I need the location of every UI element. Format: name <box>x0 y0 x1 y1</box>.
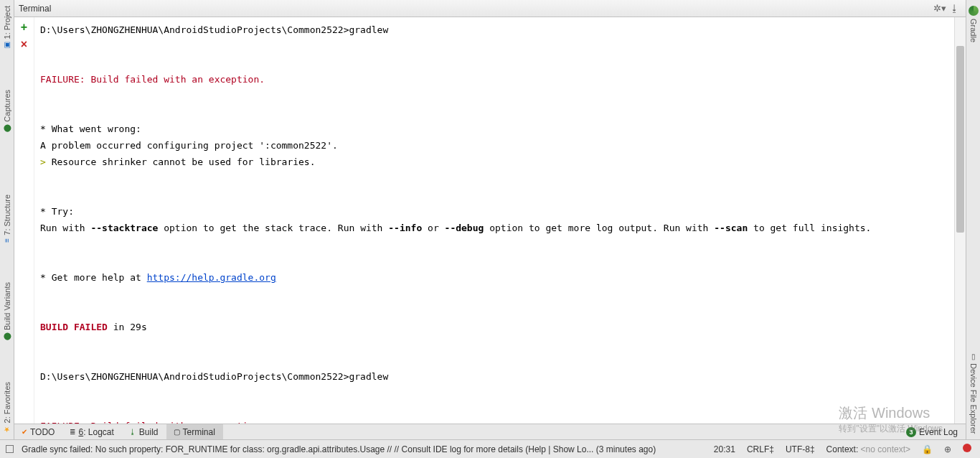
scrollbar-thumb[interactable] <box>956 46 964 233</box>
problem-line: A problem occurred configuring project '… <box>40 140 338 151</box>
build-variants-icon: ⬤ <box>3 334 11 342</box>
project-icon: ▣ <box>3 42 11 50</box>
event-badge: 3 <box>906 427 916 437</box>
help-link[interactable]: https://help.gradle.org <box>147 272 276 283</box>
tab-build[interactable]: ⭳Build <box>122 424 166 439</box>
caret-position[interactable]: 20:31 <box>710 444 740 454</box>
error-indicator-icon[interactable] <box>958 444 976 454</box>
sidebar-tab-device-file-explorer[interactable]: ▯Device File Explorer <box>966 347 980 439</box>
panel-header: Terminal ✲▾ ⭳ <box>14 0 966 17</box>
tab-event-log[interactable]: 3Event Log <box>899 424 966 439</box>
sidebar-tab-structure[interactable]: ≡7: Structure <box>0 189 14 248</box>
panel-title: Terminal <box>19 4 51 14</box>
gradle-icon <box>969 6 979 16</box>
detail-line: Resource shrinker cannot be used for lib… <box>40 156 316 167</box>
ide-health-icon[interactable]: ⊕ <box>940 444 956 454</box>
terminal-line: D:\Users\ZHONGZHENHUA\AndroidStudioProje… <box>40 371 388 382</box>
left-tool-sidebar: ▣1: Project ⬤Captures ≡7: Structure ⬤Bui… <box>0 0 14 439</box>
close-session-button[interactable]: × <box>17 37 32 52</box>
lock-icon[interactable]: 🔒 <box>918 444 937 454</box>
terminal-scrollbar[interactable] <box>954 17 966 424</box>
todo-icon: ✔ <box>22 428 27 436</box>
terminal-icon: ▢ <box>174 428 180 436</box>
tab-terminal[interactable]: ▢Terminal <box>166 424 223 439</box>
logcat-icon: ≣ <box>70 428 75 436</box>
tab-todo[interactable]: ✔TODO <box>14 424 62 439</box>
sidebar-tab-captures[interactable]: ⬤Captures <box>0 84 14 139</box>
sidebar-tab-gradle[interactable]: Gradle <box>966 0 980 48</box>
terminal-output[interactable]: D:\Users\ZHONGZHENHUA\AndroidStudioProje… <box>34 17 966 424</box>
hide-icon[interactable]: ⭳ <box>947 1 961 16</box>
try-label: * Try: <box>40 206 74 217</box>
star-icon: ★ <box>3 426 11 434</box>
file-encoding[interactable]: UTF-8‡ <box>781 444 819 454</box>
terminal-line: D:\Users\ZHONGZHENHUA\AndroidStudioProje… <box>40 24 388 35</box>
failure-line: FAILURE: Build failed with an exception. <box>40 74 265 85</box>
settings-icon[interactable]: ✲▾ <box>933 1 947 16</box>
structure-icon: ≡ <box>3 238 11 243</box>
new-session-button[interactable]: + <box>17 20 32 34</box>
terminal-gutter: + × <box>14 17 34 424</box>
bottom-tool-tabs: ✔TODO ≣6: Logcat ⭳Build ▢Terminal 3Event… <box>14 424 966 439</box>
line-separator[interactable]: CRLF‡ <box>743 444 778 454</box>
terminal-panel: Terminal ✲▾ ⭳ + × D:\Users\ZHONGZHENHUA\… <box>14 0 966 424</box>
tab-logcat[interactable]: ≣6: Logcat <box>62 424 121 439</box>
device-icon: ▯ <box>969 352 977 360</box>
context-widget[interactable]: Context: <no context> <box>822 444 915 454</box>
right-tool-sidebar: Gradle ▯Device File Explorer <box>966 0 980 439</box>
what-wrong-line: * What went wrong: <box>40 123 141 134</box>
sidebar-tab-build-variants[interactable]: ⬤Build Variants <box>0 276 14 347</box>
build-failed-line: BUILD FAILED <box>40 322 108 332</box>
sidebar-tab-favorites[interactable]: ★2: Favorites <box>0 376 14 439</box>
build-icon: ⭳ <box>129 428 136 436</box>
status-tool-window-icon[interactable] <box>4 444 14 454</box>
captures-icon: ⬤ <box>3 125 11 133</box>
status-message: Gradle sync failed: No such property: FO… <box>17 444 660 454</box>
sidebar-tab-project[interactable]: ▣1: Project <box>0 0 14 55</box>
status-bar: Gradle sync failed: No such property: FO… <box>0 439 980 458</box>
